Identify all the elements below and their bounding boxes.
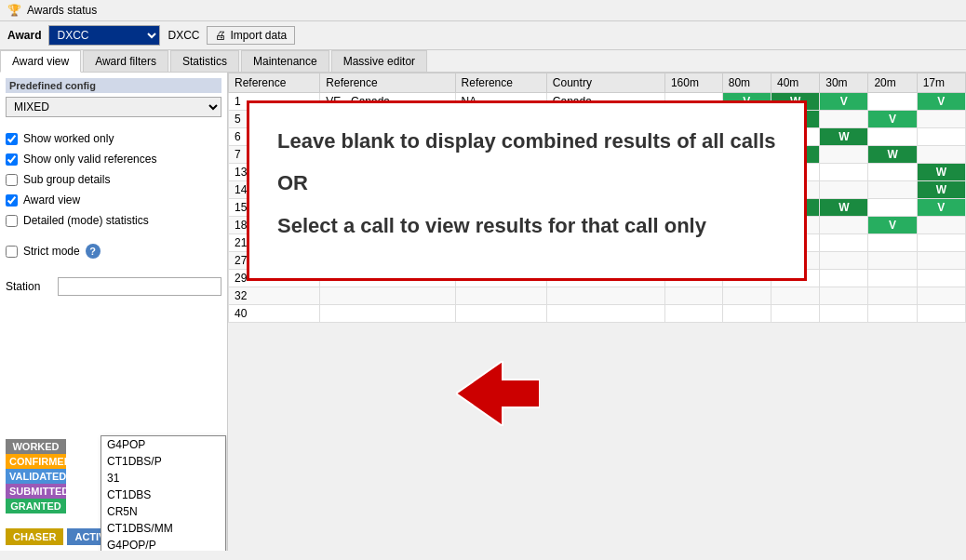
title-icon: 🏆	[7, 4, 21, 17]
right-panel: Reference Reference Reference Country 16…	[228, 73, 966, 551]
col-ref3: Reference	[455, 73, 546, 93]
show-worked-only-label: Show worked only	[23, 132, 114, 145]
main-layout: Predefined config MIXED Show worked only…	[0, 73, 966, 551]
sub-group-details-checkbox[interactable]	[6, 174, 18, 186]
station-input[interactable]	[58, 277, 221, 296]
dropdown-item[interactable]: CT1DBS/MM	[101, 520, 225, 537]
col-17m: 17m	[917, 73, 965, 93]
strict-mode-checkbox[interactable]	[6, 246, 18, 258]
col-ref2: Reference	[320, 73, 455, 93]
show-valid-references-label: Show only valid references	[23, 153, 156, 166]
strict-mode-help-icon[interactable]: ?	[86, 244, 101, 259]
dxcc-label: DXCC	[168, 29, 199, 42]
left-panel: Predefined config MIXED Show worked only…	[0, 73, 228, 551]
award-view-row: Award view	[6, 192, 221, 208]
strict-mode-row: Strict mode ?	[6, 242, 221, 260]
config-select[interactable]: MIXED	[6, 97, 221, 117]
col-80m: 80m	[722, 73, 771, 93]
detailed-statistics-checkbox[interactable]	[6, 215, 18, 227]
col-country: Country	[546, 73, 664, 93]
title-bar: 🏆 Awards status	[0, 0, 966, 21]
import-icon: 🖨	[215, 29, 226, 42]
col-40m: 40m	[771, 73, 819, 93]
title-text: Awards status	[27, 4, 97, 17]
col-30m: 30m	[820, 73, 868, 93]
sub-group-details-label: Sub group details	[23, 173, 110, 186]
table-row: 40	[229, 305, 966, 323]
import-data-button[interactable]: 🖨 Import data	[207, 26, 295, 45]
dropdown-item[interactable]: 31	[101, 470, 225, 487]
legend-validated: VALIDATED	[6, 469, 66, 484]
station-dropdown[interactable]: G4POP CT1DBS/P 31 CT1DBS CR5N CT1DBS/MM …	[101, 435, 226, 551]
show-worked-only-row: Show worked only	[6, 130, 221, 147]
dropdown-item[interactable]: G4POP	[101, 436, 225, 453]
show-valid-references-checkbox[interactable]	[6, 153, 18, 166]
detailed-statistics-row: Detailed (mode) statistics	[6, 212, 221, 229]
award-label: Award	[7, 29, 41, 42]
legend-confirmed: CONFIRMED	[6, 454, 66, 469]
detailed-statistics-label: Detailed (mode) statistics	[23, 214, 149, 227]
col-ref1: Reference	[229, 73, 320, 93]
award-bar: Award DXCC DXCC 🖨 Import data	[0, 21, 966, 50]
tab-statistics[interactable]: Statistics	[170, 50, 239, 72]
legend-area: WORKED CONFIRMED VALIDATED SUBMITTED GRA…	[6, 439, 66, 513]
modal-line2: Select a call to view results for that c…	[277, 210, 776, 241]
modal-box: Leave blank to display combined results …	[247, 100, 807, 281]
legend-submitted: SUBMITTED	[6, 484, 66, 499]
legend-worked: WORKED	[6, 439, 66, 454]
col-20m: 20m	[868, 73, 917, 93]
sub-group-details-row: Sub group details	[6, 171, 221, 188]
award-view-label: Award view	[23, 193, 80, 207]
tab-award-filters[interactable]: Award filters	[83, 50, 168, 72]
show-worked-only-checkbox[interactable]	[6, 133, 18, 145]
col-160m: 160m	[664, 73, 722, 93]
tab-massive-editor[interactable]: Massive editor	[331, 50, 427, 72]
station-row: Station	[6, 277, 221, 296]
dropdown-item[interactable]: CT1DBS/P	[101, 453, 225, 470]
dropdown-item[interactable]: CT1DBS	[101, 487, 225, 503]
dropdown-item[interactable]: CR5N	[101, 503, 225, 520]
strict-mode-label: Strict mode	[23, 245, 80, 258]
station-label: Station	[6, 280, 52, 293]
chaser-button[interactable]: CHASER	[6, 528, 63, 545]
table-row: 32	[229, 287, 966, 305]
predefined-config-label: Predefined config	[6, 78, 221, 93]
tab-maintenance[interactable]: Maintenance	[241, 50, 329, 72]
legend-granted: GRANTED	[6, 499, 66, 513]
award-select[interactable]: DXCC	[48, 25, 160, 46]
dropdown-item[interactable]: G4POP/P	[101, 537, 225, 551]
award-view-checkbox[interactable]	[6, 194, 18, 207]
show-valid-references-row: Show only valid references	[6, 151, 221, 167]
tab-bar: Award view Award filters Statistics Main…	[0, 50, 966, 73]
modal-line1: Leave blank to display combined results …	[277, 126, 776, 156]
modal-or-text: OR	[277, 171, 776, 195]
tab-award-view[interactable]: Award view	[0, 50, 81, 73]
